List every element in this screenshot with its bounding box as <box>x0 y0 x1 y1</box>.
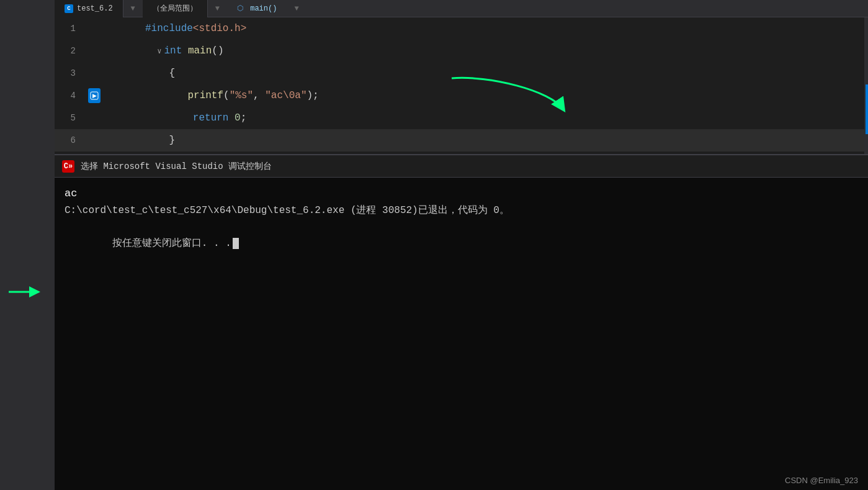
code-line-4: 4 ▶ printf("%s", "ac\0a"); <box>55 84 868 107</box>
debug-indicator: ▶ <box>88 88 101 103</box>
tab-separator-3: ▼ <box>287 4 306 13</box>
svg-text:▶: ▶ <box>92 93 97 99</box>
console-icon-label: C» <box>64 162 73 171</box>
console-output-ac: ac <box>65 185 858 202</box>
console-area: C» 选择 Microsoft Visual Studio 调试控制台 ac C… <box>55 155 868 490</box>
line-content-4: printf("%s", "ac\0a"); <box>104 62 868 129</box>
annotation-arrow-left <box>6 279 43 304</box>
console-output-prompt: 按任意键关闭此窗口. . . <box>65 220 858 268</box>
format-str: "%s" <box>230 90 253 101</box>
scope-tab-label: （全局范围） <box>153 3 197 14</box>
console-title: 选择 Microsoft Visual Studio 调试控制台 <box>81 161 272 172</box>
file-tab[interactable]: C test_6.2 <box>55 0 123 17</box>
file-tab-icon: C <box>65 4 73 13</box>
line-number-1: 1 <box>55 17 86 40</box>
console-body: ac C:\cord\test_c\test_c527\x64\Debug\te… <box>55 178 868 490</box>
console-icon: C» <box>62 160 74 173</box>
tab-separator-1: ▼ <box>123 4 143 13</box>
line-number-5: 5 <box>55 107 86 129</box>
tab-separator-2: ▼ <box>208 4 227 13</box>
code-editor[interactable]: 1 #include<stdio.h> 2 ∨int main() 3 { <box>55 17 868 154</box>
line-number-6: 6 <box>55 129 86 152</box>
top-bar: C test_6.2 ▼ （全局范围） ▼ ⬡ main() ▼ <box>55 0 868 17</box>
printf-fn: printf <box>187 90 223 101</box>
scrollbar-right[interactable] <box>864 17 868 154</box>
watermark: CSDN @Emilia_923 <box>785 476 858 485</box>
code-line-6: 6 } <box>55 129 868 152</box>
left-sidebar <box>0 0 55 490</box>
cursor-block <box>233 238 239 249</box>
line-number-4: 4 <box>55 84 86 107</box>
main-area: C test_6.2 ▼ （全局范围） ▼ ⬡ main() ▼ 1 #incl… <box>55 0 868 490</box>
line-number-2: 2 <box>55 40 86 62</box>
symbol-tab-label: main() <box>250 4 277 13</box>
scope-tab[interactable]: （全局范围） <box>143 0 208 17</box>
brace-close: } <box>169 135 175 146</box>
console-output-path: C:\cord\test_c\test_c527\x64\Debug\test_… <box>65 203 858 219</box>
line-number-3: 3 <box>55 62 86 84</box>
scrollbar-accent <box>866 84 868 134</box>
value-str: "ac\0a" <box>265 90 306 101</box>
console-prompt-text: 按任意键关闭此窗口. . . <box>112 238 231 249</box>
watermark-text: CSDN @Emilia_923 <box>785 476 858 485</box>
code-lines: 1 #include<stdio.h> 2 ∨int main() 3 { <box>55 17 868 152</box>
symbol-tab[interactable]: ⬡ main() <box>227 4 287 13</box>
console-titlebar: C» 选择 Microsoft Visual Studio 调试控制台 <box>55 155 868 178</box>
file-tab-label: test_6.2 <box>77 4 113 13</box>
